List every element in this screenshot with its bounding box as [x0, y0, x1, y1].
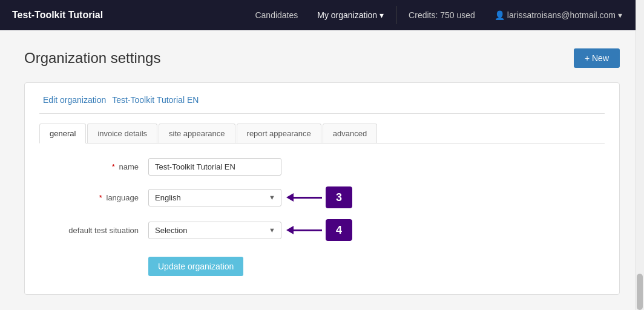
annotation-badge-4: 4	[326, 219, 352, 241]
form-language-row: * language English ▼ 3	[39, 186, 605, 208]
default-test-select[interactable]: Selection	[148, 222, 281, 239]
chevron-down-icon: ▾	[380, 0, 384, 30]
scrollbar[interactable]	[636, 0, 644, 310]
org-name-link[interactable]: Test-Toolkit Tutorial EN	[112, 95, 199, 105]
navbar: Test-Toolkit Tutorial Candidates My orga…	[0, 0, 644, 30]
update-organization-button[interactable]: Update organization	[148, 257, 243, 276]
edit-org-header: Edit organization Test-Toolkit Tutorial …	[39, 95, 605, 114]
tab-site-appearance[interactable]: site appearance	[159, 124, 235, 143]
language-select-wrapper: English ▼	[148, 189, 281, 206]
form-default-test-row: default test situation Selection ▼ 4	[39, 219, 605, 241]
required-star-lang: *	[99, 193, 102, 202]
arrow-line-2	[293, 229, 322, 231]
user-icon: 👤	[494, 10, 505, 20]
tab-invoice-details[interactable]: invoice details	[87, 124, 157, 143]
default-test-label: default test situation	[39, 226, 148, 235]
form-name-row: * name	[39, 158, 605, 176]
language-label: * language	[39, 193, 148, 202]
navbar-links: Candidates My organization ▾ Credits: 75…	[245, 0, 632, 30]
annotation-4: 4	[286, 219, 352, 241]
navbar-divider	[396, 6, 396, 24]
navbar-candidates[interactable]: Candidates	[245, 0, 307, 30]
arrow-line	[293, 197, 322, 199]
default-test-annotation-wrapper: Selection ▼ 4	[148, 219, 352, 241]
scrollbar-thumb[interactable]	[637, 274, 643, 310]
name-label: * name	[39, 162, 148, 171]
navbar-credits: Credits: 750 used	[399, 10, 485, 20]
navbar-user[interactable]: 👤 larissatroisans@hotmail.com ▾	[485, 10, 632, 20]
navbar-my-organization[interactable]: My organization ▾	[307, 0, 393, 30]
navbar-brand: Test-Toolkit Tutorial	[12, 10, 103, 21]
card: Edit organization Test-Toolkit Tutorial …	[24, 82, 620, 295]
required-star: *	[112, 162, 115, 171]
new-button[interactable]: + New	[574, 48, 620, 68]
annotation-badge-3: 3	[326, 186, 352, 208]
annotation-3: 3	[286, 186, 352, 208]
page-content: Organization settings + New Edit organiz…	[0, 30, 644, 310]
chevron-down-icon: ▾	[618, 10, 622, 20]
tab-report-appearance[interactable]: report appearance	[237, 124, 321, 143]
name-input[interactable]	[148, 158, 281, 176]
tab-general[interactable]: general	[39, 124, 86, 143]
tab-advanced[interactable]: advanced	[323, 124, 377, 143]
language-select[interactable]: English	[148, 189, 281, 206]
language-annotation-wrapper: English ▼ 3	[148, 186, 352, 208]
default-test-select-wrapper: Selection ▼	[148, 222, 281, 239]
page-header: Organization settings + New	[24, 48, 620, 68]
page-title: Organization settings	[24, 50, 160, 67]
tabs: general invoice details site appearance …	[39, 124, 605, 143]
